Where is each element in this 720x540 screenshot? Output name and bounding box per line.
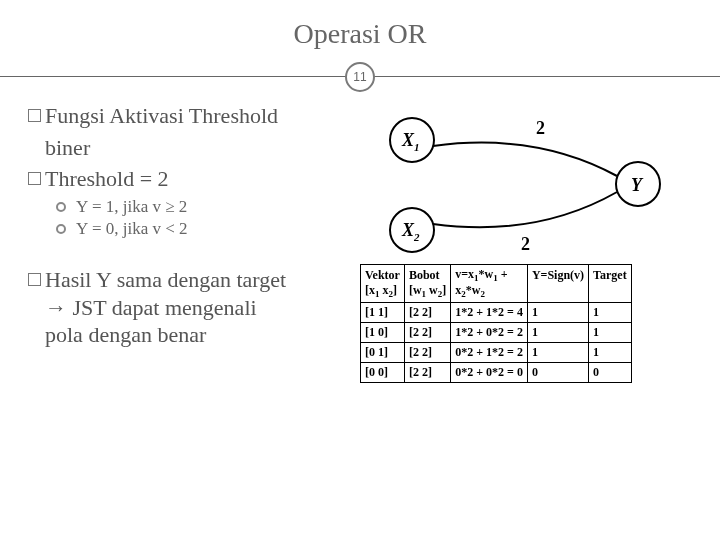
cell: [2 2] — [404, 342, 450, 362]
cell: 1 — [589, 302, 632, 322]
table-header-row: Vektor [x1 x2] Bobot [w1 w2] v=x1*w1 + x… — [361, 265, 632, 303]
cell: 0*2 + 1*2 = 2 — [451, 342, 528, 362]
cell: [2 2] — [404, 302, 450, 322]
cell: 1*2 + 0*2 = 2 — [451, 322, 528, 342]
cell: [2 2] — [404, 322, 450, 342]
circle-bullet-icon — [56, 202, 66, 212]
title-rule: 11 — [28, 60, 692, 94]
cell: [2 2] — [404, 362, 450, 382]
col-bobot: Bobot [w1 w2] — [404, 265, 450, 303]
sub-bullet-1-text: Y = 1, jika v ≥ 2 — [76, 197, 187, 217]
sub-bullet-2: Y = 0, jika v < 2 — [28, 219, 356, 239]
edge-x2-y — [433, 192, 617, 227]
slide: Operasi OR 11 Fungsi Aktivasi Threshold … — [0, 0, 720, 540]
col-vektor: Vektor [x1 x2] — [361, 265, 405, 303]
left-column: Fungsi Aktivasi Threshold biner Threshol… — [28, 102, 356, 266]
cell: 1 — [589, 322, 632, 342]
weight-1-label: 2 — [536, 118, 545, 138]
bullet-3-text-a: Hasil Y sama dengan target — [45, 267, 286, 292]
table-row: [0 1] [2 2] 0*2 + 1*2 = 2 1 1 — [361, 342, 632, 362]
table-wrap: Vektor [x1 x2] Bobot [w1 w2] v=x1*w1 + x… — [360, 264, 632, 383]
cell: 1 — [527, 342, 588, 362]
cell: 1 — [527, 302, 588, 322]
cell: 1 — [589, 342, 632, 362]
col-v: v=x1*w1 + x2*w2 — [451, 265, 528, 303]
bullet-1-text-a: Fungsi Aktivasi Threshold — [45, 103, 278, 128]
cell: [0 0] — [361, 362, 405, 382]
cell: 0*2 + 0*2 = 0 — [451, 362, 528, 382]
content-row: Fungsi Aktivasi Threshold biner Threshol… — [28, 102, 692, 266]
slide-title: Operasi OR — [28, 18, 692, 50]
bullet-1-text-b: biner — [45, 135, 90, 160]
cell: 1 — [527, 322, 588, 342]
bullet-1b: biner — [28, 134, 356, 162]
network-diagram: X1 X2 Y 2 2 — [366, 102, 676, 262]
sub-bullet-2-text: Y = 0, jika v < 2 — [76, 219, 188, 239]
bullet-3-text-c: pola dengan benar — [45, 322, 206, 347]
edge-x1-y — [433, 143, 617, 176]
square-bullet-icon — [28, 273, 41, 286]
col-y: Y=Sign(v) — [527, 265, 588, 303]
cell: [1 0] — [361, 322, 405, 342]
cell: 1*2 + 1*2 = 4 — [451, 302, 528, 322]
weight-2-label: 2 — [521, 234, 530, 254]
cell: 0 — [527, 362, 588, 382]
bullet-3-text-b: → JST dapat mengenali — [45, 295, 257, 320]
bottom-row: Hasil Y sama dengan target → JST dapat m… — [28, 266, 692, 383]
sub-bullet-1: Y = 1, jika v ≥ 2 — [28, 197, 356, 217]
cell: 0 — [589, 362, 632, 382]
bullet-2-text: Threshold = 2 — [45, 166, 169, 191]
bullet-3: Hasil Y sama dengan target → JST dapat m… — [28, 266, 368, 349]
square-bullet-icon — [28, 109, 41, 122]
truth-table: Vektor [x1 x2] Bobot [w1 w2] v=x1*w1 + x… — [360, 264, 632, 383]
table-row: [0 0] [2 2] 0*2 + 0*2 = 0 0 0 — [361, 362, 632, 382]
square-bullet-icon — [28, 172, 41, 185]
cell: [1 1] — [361, 302, 405, 322]
col-target: Target — [589, 265, 632, 303]
bullet-1: Fungsi Aktivasi Threshold — [28, 102, 356, 130]
table-row: [1 1] [2 2] 1*2 + 1*2 = 4 1 1 — [361, 302, 632, 322]
cell: [0 1] — [361, 342, 405, 362]
diagram-wrap: X1 X2 Y 2 2 — [366, 102, 676, 266]
circle-bullet-icon — [56, 224, 66, 234]
slide-number-badge: 11 — [345, 62, 375, 92]
table-row: [1 0] [2 2] 1*2 + 0*2 = 2 1 1 — [361, 322, 632, 342]
bullet-2: Threshold = 2 — [28, 165, 356, 193]
